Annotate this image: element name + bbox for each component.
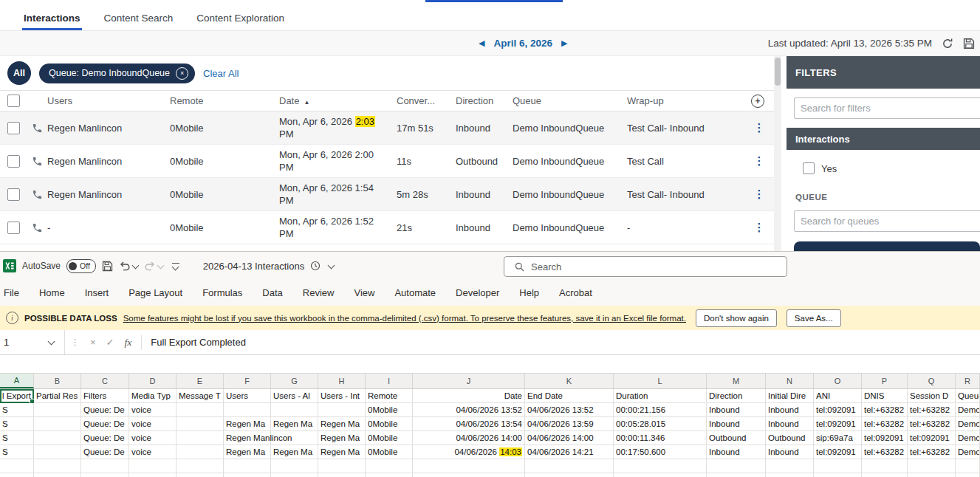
- cell-P1[interactable]: DNIS: [862, 389, 908, 403]
- cell-C7[interactable]: [81, 473, 129, 477]
- cell-L2[interactable]: 00:00:21.156: [614, 403, 707, 417]
- cell-N3[interactable]: Inbound: [766, 417, 814, 431]
- cell-L5[interactable]: 00:17:50.600: [614, 445, 707, 459]
- save-as-button[interactable]: Save As...: [787, 309, 841, 327]
- col-header-direction[interactable]: Direction: [456, 95, 513, 106]
- cell-K6[interactable]: [525, 459, 614, 473]
- yes-checkbox[interactable]: [803, 162, 815, 174]
- cell-D3[interactable]: voice: [129, 417, 177, 431]
- cell-A4[interactable]: S: [0, 431, 34, 445]
- cell-R4[interactable]: Demo: [956, 431, 980, 445]
- cell-F7[interactable]: [224, 473, 271, 477]
- cell-A2[interactable]: S: [0, 403, 34, 417]
- cell-M4[interactable]: Outbound: [707, 431, 766, 445]
- cell-H6[interactable]: [318, 459, 366, 473]
- cell-D6[interactable]: [129, 459, 177, 473]
- cell-R2[interactable]: Demo: [956, 403, 980, 417]
- name-box[interactable]: 1: [0, 330, 65, 354]
- cell-F4[interactable]: Regen Manlincon: [224, 431, 271, 445]
- ribbon-tab-formulas[interactable]: Formulas: [202, 287, 242, 298]
- cell-D5[interactable]: voice: [129, 445, 177, 459]
- cell-L6[interactable]: [614, 459, 707, 473]
- queue-list-item-partial[interactable]: [794, 241, 980, 251]
- ribbon-tab-file[interactable]: File: [4, 287, 19, 298]
- interaction-row-2[interactable]: Regen Manlincon0MobileMon, Apr 6, 2026 2…: [0, 145, 774, 178]
- cell-Q2[interactable]: tel:+63282: [908, 403, 956, 417]
- cell-A5[interactable]: S: [0, 445, 34, 459]
- ribbon-tab-review[interactable]: Review: [303, 287, 335, 298]
- cell-E5[interactable]: [177, 445, 224, 459]
- add-column-button[interactable]: +: [744, 95, 774, 108]
- cell-N1[interactable]: Initial Dire: [766, 389, 814, 403]
- cell-F1[interactable]: Users: [224, 389, 271, 403]
- filters-search-input[interactable]: [794, 97, 980, 119]
- workbook-title[interactable]: 2026-04-13 Interactions: [203, 261, 304, 272]
- column-header-N[interactable]: N: [766, 374, 814, 388]
- col-header-conversation[interactable]: Conver...: [397, 95, 456, 106]
- cell-J6[interactable]: [413, 459, 525, 473]
- cell-L7[interactable]: [614, 473, 707, 477]
- col-header-wrapup[interactable]: Wrap-up: [627, 95, 744, 106]
- ribbon-tab-page-layout[interactable]: Page Layout: [129, 287, 182, 298]
- cell-D2[interactable]: voice: [129, 403, 177, 417]
- col-header-date[interactable]: Date▲: [279, 95, 397, 106]
- cell-G3[interactable]: Regen Ma: [271, 417, 318, 431]
- all-filter-chip[interactable]: All: [7, 61, 31, 85]
- cell-Q3[interactable]: tel:+63282: [908, 417, 956, 431]
- column-header-K[interactable]: K: [525, 374, 614, 388]
- table-scrollbar[interactable]: [774, 56, 781, 251]
- cell-M5[interactable]: Inbound: [707, 445, 766, 459]
- column-header-R[interactable]: R: [956, 374, 980, 388]
- next-day-button[interactable]: ▶: [561, 38, 567, 48]
- cell-O6[interactable]: [814, 459, 862, 473]
- cell-H4[interactable]: Regen Ma: [318, 431, 366, 445]
- formula-bar-content[interactable]: Full Export Completed: [151, 337, 246, 348]
- column-header-A[interactable]: A: [0, 374, 34, 388]
- warning-message-link[interactable]: Some features might be lost if you save …: [123, 314, 686, 323]
- cell-D4[interactable]: voice: [129, 431, 177, 445]
- cell-R5[interactable]: Demo: [956, 445, 980, 459]
- column-header-O[interactable]: O: [814, 374, 862, 388]
- cell-Q1[interactable]: Session D: [908, 389, 956, 403]
- row-checkbox[interactable]: [0, 222, 27, 234]
- cell-O4[interactable]: sip:69a7a: [814, 431, 862, 445]
- ribbon-tab-developer[interactable]: Developer: [456, 287, 499, 298]
- cell-F5[interactable]: Regen Ma: [224, 445, 271, 459]
- cell-B5[interactable]: [34, 445, 81, 459]
- cell-B2[interactable]: [34, 403, 81, 417]
- cell-E3[interactable]: [177, 417, 224, 431]
- ribbon-tab-help[interactable]: Help: [519, 287, 539, 298]
- row-checkbox[interactable]: [0, 188, 27, 201]
- column-header-H[interactable]: H: [318, 374, 366, 388]
- cell-G1[interactable]: Users - Al: [271, 389, 318, 403]
- interaction-row-4[interactable]: -0MobileMon, Apr 6, 2026 1:52 PM21sInbou…: [0, 211, 774, 244]
- column-header-E[interactable]: E: [177, 374, 224, 388]
- interaction-row-3[interactable]: Regen Manlincon0MobileMon, Apr 6, 2026 1…: [0, 178, 774, 211]
- cell-C5[interactable]: Queue: De: [81, 445, 129, 459]
- cell-H3[interactable]: Regen Ma: [318, 417, 366, 431]
- insert-function-icon[interactable]: fx: [125, 337, 132, 349]
- cell-D1[interactable]: Media Typ: [129, 389, 177, 403]
- cell-J7[interactable]: [413, 473, 525, 477]
- cell-C2[interactable]: Queue: De: [81, 403, 129, 417]
- cell-K1[interactable]: End Date: [525, 389, 614, 403]
- cell-A6[interactable]: [0, 459, 34, 473]
- cancel-icon[interactable]: ×: [90, 337, 96, 348]
- column-header-D[interactable]: D: [129, 374, 177, 388]
- cell-C4[interactable]: Queue: De: [81, 431, 129, 445]
- cell-E7[interactable]: [177, 473, 224, 477]
- cell-N2[interactable]: Inbound: [766, 403, 814, 417]
- cell-J1[interactable]: Date: [413, 389, 525, 403]
- column-header-J[interactable]: J: [413, 374, 525, 388]
- tab-content-exploration[interactable]: Content Exploration: [195, 6, 286, 30]
- undo-dropdown-icon[interactable]: [131, 261, 139, 269]
- ribbon-tab-automate[interactable]: Automate: [394, 287, 436, 298]
- cell-N7[interactable]: [766, 473, 814, 477]
- cell-A7[interactable]: [0, 473, 34, 477]
- cell-I4[interactable]: 0Mobile: [366, 431, 413, 445]
- cell-E4[interactable]: [177, 431, 224, 445]
- column-header-Q[interactable]: Q: [908, 374, 956, 388]
- cell-P6[interactable]: [862, 459, 908, 473]
- cell-Q4[interactable]: tel:092091: [908, 431, 956, 445]
- cell-I6[interactable]: [366, 459, 413, 473]
